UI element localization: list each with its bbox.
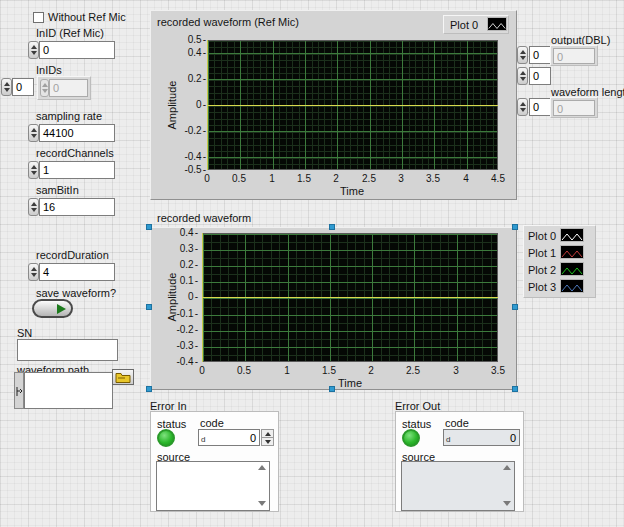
selection-handle[interactable] <box>146 224 152 230</box>
legend-plot2-swatch[interactable] <box>560 262 584 276</box>
radix-indicator[interactable]: d <box>201 436 205 444</box>
x-tick-label: 2.5 <box>354 173 384 185</box>
x-tick-label: 3.5 <box>483 365 513 377</box>
browse-button[interactable] <box>112 369 134 385</box>
selection-handle[interactable] <box>512 386 518 392</box>
zigzag-line <box>489 24 505 29</box>
graph-recorded-title: recorded waveform <box>157 212 251 224</box>
inids-index-input[interactable]: 0 <box>12 78 34 96</box>
y-tick-label: 0.3 <box>162 243 198 255</box>
legend-plot3-label[interactable]: Plot 3 <box>528 281 556 293</box>
error-out-code-value-box: d 0 <box>443 429 520 446</box>
radix-indicator: d <box>446 436 450 444</box>
legend-plot1-label[interactable]: Plot 1 <box>528 247 556 259</box>
record-channels-input[interactable]: 1 <box>39 161 115 179</box>
error-in-source-input[interactable] <box>156 461 270 511</box>
error-in-status-led[interactable] <box>157 429 175 447</box>
inids-index-increment-decrement[interactable] <box>1 78 12 96</box>
record-channels-label: recordChannels <box>36 147 114 159</box>
x-tick-label: 0 <box>192 173 222 185</box>
legend-plot3-swatch[interactable] <box>560 279 584 293</box>
scroll-up-icon[interactable] <box>258 465 266 470</box>
x-tick-label: 2 <box>321 173 351 185</box>
y-axis-label: Amplitude <box>166 65 178 145</box>
error-in-code-decrement-button[interactable] <box>261 437 274 446</box>
selection-handle[interactable] <box>146 386 152 392</box>
sn-input[interactable] <box>17 339 118 361</box>
error-out-status-label: status <box>402 418 431 430</box>
y-tick-label: -0.3 <box>162 340 198 352</box>
sam-bit-in-input[interactable]: 16 <box>39 198 115 216</box>
inids-element-value: 0 <box>49 79 88 97</box>
x-axis-label: Time <box>322 185 382 197</box>
error-out-code-label: code <box>445 417 469 429</box>
record-channels-increment-decrement[interactable] <box>28 161 39 179</box>
x-tick-label: 3 <box>386 173 416 185</box>
scroll-down-icon[interactable] <box>503 501 511 506</box>
scroll-down-icon[interactable] <box>258 501 266 506</box>
error-in-code-value: 0 <box>250 432 256 444</box>
error-in-code-label: code <box>200 417 224 429</box>
x-tick-label: 1 <box>272 365 302 377</box>
legend-plot1-swatch[interactable] <box>560 245 584 259</box>
selection-handle[interactable] <box>512 304 518 310</box>
record-duration-input[interactable]: 4 <box>39 263 115 281</box>
output-dbl-index-row-increment-decrement[interactable] <box>517 46 528 64</box>
waveform-path-input[interactable] <box>24 372 113 409</box>
sam-bit-in-label: samBitIn <box>36 184 79 196</box>
x-tick-label: 0.5 <box>224 173 254 185</box>
sampling-rate-label: sampling rate <box>36 110 102 122</box>
waveform-length-value: 0 <box>553 100 595 116</box>
x-tick-label: 3 <box>441 365 471 377</box>
save-waveform-label: save waveform? <box>36 287 116 299</box>
output-dbl-index-col-input[interactable]: 0 <box>529 67 551 85</box>
selection-handle[interactable] <box>512 224 518 230</box>
scroll-up-icon[interactable] <box>503 465 511 470</box>
inids-element-increment-decrement <box>40 79 49 97</box>
selection-handle[interactable] <box>329 224 335 230</box>
y-axis-label: Amplitude <box>166 257 178 337</box>
x-tick-label: 4 <box>451 173 481 185</box>
inid-increment-decrement[interactable] <box>28 41 39 59</box>
without-ref-mic-label: Without Ref Mic <box>48 11 126 23</box>
sampling-rate-increment-decrement[interactable] <box>28 124 39 142</box>
save-waveform-button[interactable] <box>32 299 73 318</box>
legend-plot0-swatch[interactable] <box>487 17 507 31</box>
inid-ref-mic-input[interactable]: 0 <box>39 41 115 59</box>
graph-ref-mic-zero-line <box>207 105 498 106</box>
sam-bit-in-increment-decrement[interactable] <box>28 198 39 216</box>
error-out-source-box <box>401 461 515 511</box>
error-out-code-value: 0 <box>510 432 516 444</box>
output-dbl-index-col-increment-decrement[interactable] <box>517 67 528 85</box>
selection-handle[interactable] <box>146 304 152 310</box>
output-dbl-index-row-input[interactable]: 0 <box>529 46 551 64</box>
zigzag-line <box>562 285 582 291</box>
selection-handle[interactable] <box>329 386 335 392</box>
zigzag-line <box>562 268 582 274</box>
legend-plot0-swatch[interactable] <box>560 228 584 242</box>
green-arrow-icon <box>57 304 66 314</box>
legend-plot0-label[interactable]: Plot 0 <box>528 230 556 242</box>
sn-label: SN <box>17 327 32 339</box>
record-duration-increment-decrement[interactable] <box>28 263 39 281</box>
without-ref-mic-checkbox[interactable] <box>33 12 44 23</box>
error-in-code-input[interactable]: d 0 <box>198 429 260 446</box>
x-tick-label: 3.5 <box>418 173 448 185</box>
legend-plot2-label[interactable]: Plot 2 <box>528 264 556 276</box>
error-out-status-led <box>402 429 420 447</box>
sampling-rate-input[interactable]: 44100 <box>39 124 115 142</box>
waveform-length-index-increment-decrement[interactable] <box>517 98 528 116</box>
record-duration-label: recordDuration <box>36 249 109 261</box>
y-tick-label: -0.4 <box>168 151 206 163</box>
waveform-length-index-input[interactable]: 0 <box>529 98 551 116</box>
y-tick-label: 0.5 <box>168 34 206 46</box>
x-tick-label: 0 <box>187 365 217 377</box>
inids-label: InIDs <box>36 64 62 76</box>
error-in-status-label: status <box>157 418 186 430</box>
path-type-icon <box>15 386 23 397</box>
x-tick-label: 4.5 <box>483 173 513 185</box>
graph-recorded-zero-line <box>202 297 498 298</box>
zigzag-line <box>562 251 582 257</box>
path-type-indicator[interactable] <box>14 372 24 409</box>
labview-front-panel: Without Ref Mic InID (Ref Mic) 0 InIDs 0… <box>0 0 624 527</box>
